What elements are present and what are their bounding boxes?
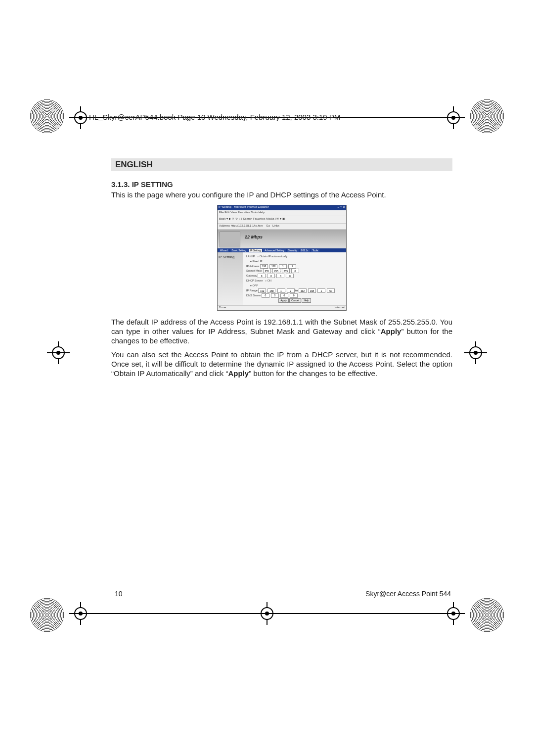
fixed-ip-label[interactable]: Fixed IP	[253, 260, 263, 263]
apply-button[interactable]	[278, 298, 289, 303]
print-mark-radial	[470, 99, 504, 134]
range-to-label: to	[295, 289, 298, 292]
dhcp-off-label[interactable]: OFF	[253, 284, 258, 287]
print-mark-radial	[470, 598, 504, 632]
tab-wizard[interactable]: Wizard	[219, 249, 229, 252]
status-done: Done	[219, 306, 226, 310]
ip-range-label: IP Range	[246, 289, 258, 292]
range-octet[interactable]	[287, 288, 295, 293]
window-title: IP Setting - Microsoft Internet Explorer	[219, 205, 269, 210]
ie-toolbar[interactable]: Back ▾ ▶ ✕ ↻ ⌂ | Search Favorites Media …	[218, 216, 346, 224]
tab-advanced[interactable]: Advanced Setting	[263, 249, 285, 252]
banner-thumbnail	[220, 232, 240, 247]
embedded-screenshot: IP Setting - Microsoft Internet Explorer…	[217, 205, 347, 311]
gw-octet[interactable]	[276, 274, 284, 278]
paragraph-default-ip: The default IP address of the Access Poi…	[111, 318, 452, 345]
gw-octet[interactable]	[267, 274, 275, 278]
section-heading: 3.1.3. IP SETTING	[111, 180, 452, 189]
tab-basic[interactable]: Basic Setting	[230, 249, 248, 252]
dns-octet[interactable]	[262, 293, 269, 298]
nav-tabs[interactable]: Wizard Basic Setting IP Setting Advanced…	[218, 248, 346, 252]
ip-octet[interactable]	[260, 264, 268, 269]
range-octet[interactable]	[299, 288, 307, 293]
address-label: Address	[219, 224, 230, 227]
range-octet[interactable]	[327, 288, 335, 293]
page-header-info: HL_Skyr@cerAP544.book Page 10 Wednesday,…	[89, 113, 340, 121]
mask-octet[interactable]	[282, 269, 290, 273]
intro-paragraph: This is the page where you configure the…	[111, 190, 452, 200]
mask-octet[interactable]	[263, 269, 271, 273]
range-octet[interactable]	[308, 288, 316, 293]
links-label[interactable]: Links	[272, 224, 279, 227]
ip-octet[interactable]	[269, 264, 277, 269]
banner-logo: 22 Mbps	[245, 235, 263, 239]
dns-octet[interactable]	[280, 293, 288, 298]
gw-octet[interactable]	[286, 274, 294, 278]
range-octet[interactable]	[258, 288, 266, 293]
ip-address-label: IP Address	[246, 265, 260, 268]
bottom-crop-rule	[82, 613, 452, 614]
range-octet[interactable]	[317, 288, 325, 293]
help-button[interactable]	[302, 298, 311, 303]
gateway-label: Gateway	[246, 274, 257, 277]
print-mark-radial	[30, 99, 64, 134]
cancel-button[interactable]	[289, 298, 301, 303]
tab-8021x[interactable]: 802.1x	[300, 249, 310, 252]
dns-octet[interactable]	[271, 293, 279, 298]
ie-menubar[interactable]: File Edit View Favorites Tools Help	[218, 210, 346, 216]
address-value[interactable]: http://192.168.1.1/ip.htm	[231, 224, 263, 227]
window-controls[interactable]: – □ ✕	[338, 205, 345, 210]
go-button[interactable]: Go	[266, 224, 270, 227]
ip-octet[interactable]	[279, 264, 287, 269]
tab-security[interactable]: Security	[287, 249, 299, 252]
product-footer: Skyr@cer Access Point 544	[365, 590, 451, 598]
side-heading: IP Setting	[218, 252, 243, 305]
tab-tools[interactable]: Tools	[311, 249, 320, 252]
ip-octet[interactable]	[288, 264, 296, 269]
mask-octet[interactable]	[291, 269, 299, 273]
status-zone: Internet	[335, 306, 345, 310]
print-mark-radial	[30, 598, 64, 632]
range-octet[interactable]	[277, 288, 285, 293]
dhcp-heading: DHCP Server	[246, 279, 263, 282]
page-number: 10	[115, 590, 123, 598]
paragraph-dhcp-note: You can also set the Access Point to obt…	[111, 350, 452, 378]
mask-octet[interactable]	[272, 269, 280, 273]
language-label: ENGLISH	[111, 158, 452, 171]
subnet-mask-label: Subnet Mask	[246, 269, 262, 272]
page-footer: 10 Skyr@cer Access Point 544	[115, 590, 451, 598]
page-body: ENGLISH 3.1.3. IP SETTING This is the pa…	[111, 158, 452, 383]
obtain-ip-auto-label[interactable]: Obtain IP automatically	[260, 255, 287, 258]
gw-octet[interactable]	[258, 274, 266, 278]
dhcp-on-label[interactable]: ON	[267, 279, 271, 282]
range-octet[interactable]	[267, 288, 275, 293]
print-mark-cross	[464, 341, 487, 364]
print-mark-cross	[47, 341, 70, 364]
dns-octet[interactable]	[290, 293, 298, 298]
lan-ip-heading: LAN IP	[246, 255, 255, 258]
dns-label: DNS Server	[246, 294, 261, 297]
tab-ip-setting[interactable]: IP Setting	[249, 249, 263, 252]
